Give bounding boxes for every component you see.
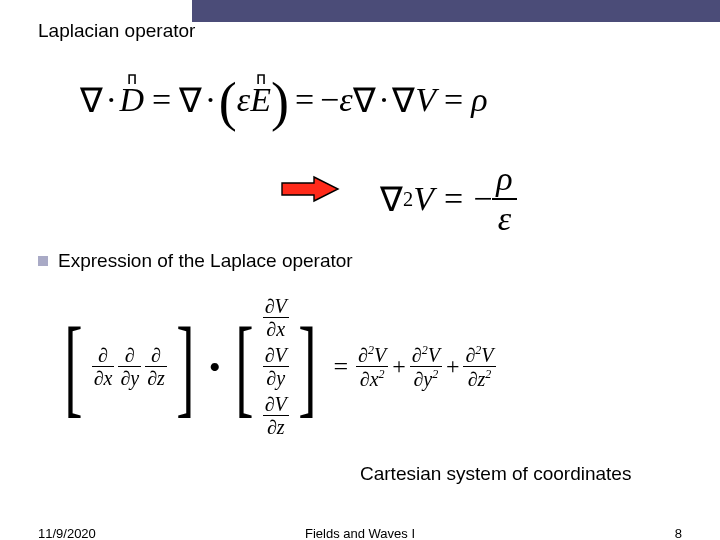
vector-mark: ᴨ	[127, 67, 137, 89]
partial-V-dy: ∂V ∂y	[263, 344, 289, 389]
equation-divergence: ∇ · ᴨ D = ∇ · ( ε ᴨ E ) = − ε ∇ · ∇ V = …	[80, 80, 620, 120]
equation-poisson: ∇ 2 V = − ρ ε	[380, 160, 517, 238]
dot-glyph: ·	[206, 81, 215, 119]
coordinate-system-label: Cartesian system of coordinates	[360, 463, 631, 485]
epsilon-symbol: ε	[494, 200, 515, 238]
paren-right: )	[271, 85, 289, 119]
d2V-dx2: ∂2V ∂x2	[356, 343, 388, 389]
V-symbol: V	[415, 81, 436, 119]
nabla-glyph: ∇	[392, 80, 415, 120]
dot-operator: •	[210, 350, 221, 384]
minus-glyph: −	[320, 81, 339, 119]
bracket-left: [	[64, 317, 82, 416]
equals-glyph: =	[295, 81, 314, 119]
partial-dx: ∂ ∂x	[92, 344, 115, 389]
bracket-right: ]	[298, 317, 316, 416]
d2V-dy2: ∂2V ∂y2	[410, 343, 442, 389]
d2V-dz2: ∂2V ∂z2	[463, 343, 495, 389]
bullet-item: Expression of the Laplace operator	[38, 250, 353, 272]
partial-dz: ∂ ∂z	[145, 344, 167, 389]
footer-title: Fields and Waves I	[0, 526, 720, 540]
bracket-right: ]	[176, 317, 194, 416]
nabla-glyph: ∇	[179, 80, 202, 120]
equation-laplacian-cartesian: [ ∂ ∂x ∂ ∂y ∂ ∂z ] • [ ∂V ∂x ∂V ∂y	[55, 295, 496, 438]
nabla-glyph: ∇	[380, 179, 403, 219]
dot-glyph: ·	[380, 81, 389, 119]
superscript-2: 2	[403, 188, 413, 211]
plus-glyph: +	[446, 353, 460, 380]
V-symbol: V	[413, 180, 434, 218]
svg-marker-0	[282, 177, 338, 201]
paren-left: (	[219, 85, 237, 119]
title-accent-bar	[192, 0, 720, 22]
bracket-left: [	[235, 317, 253, 416]
dot-glyph: ·	[107, 81, 116, 119]
minus-glyph: −	[473, 180, 492, 218]
nabla-glyph: ∇	[80, 80, 103, 120]
slide-title: Laplacian operator	[38, 20, 195, 42]
plus-glyph: +	[392, 353, 406, 380]
nabla-glyph: ∇	[353, 80, 376, 120]
equals-glyph: =	[333, 352, 348, 382]
partial-V-dz: ∂V ∂z	[263, 393, 289, 438]
rho-symbol: ρ	[492, 160, 516, 198]
arrow-icon	[280, 175, 340, 203]
bullet-text: Expression of the Laplace operator	[58, 250, 353, 272]
footer-page-number: 8	[675, 526, 682, 540]
partial-dy: ∂ ∂y	[118, 344, 141, 389]
equals-glyph: =	[152, 81, 171, 119]
epsilon-symbol: ε	[339, 81, 352, 119]
equals-glyph: =	[444, 180, 463, 218]
partial-V-dx: ∂V ∂x	[263, 295, 289, 340]
epsilon-symbol: ε	[237, 81, 250, 119]
bullet-square-icon	[38, 256, 48, 266]
vector-mark: ᴨ	[256, 67, 266, 89]
rho-symbol: ρ	[471, 81, 487, 119]
equals-glyph: =	[444, 81, 463, 119]
